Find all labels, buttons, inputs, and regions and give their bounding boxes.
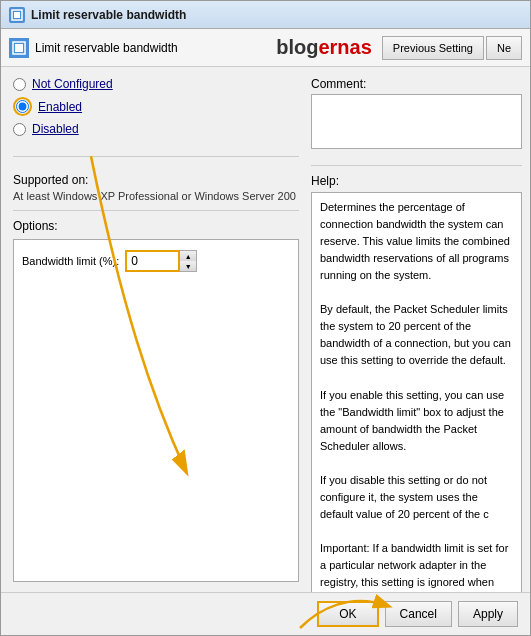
bandwidth-input[interactable] bbox=[125, 250, 180, 272]
radio-group: Not Configured Enabled Disabled bbox=[13, 77, 299, 136]
options-section: Options: Bandwidth limit (%): ▲ ▼ bbox=[13, 219, 299, 582]
enabled-option[interactable]: Enabled bbox=[13, 97, 299, 116]
ok-button[interactable]: OK bbox=[317, 601, 378, 627]
supported-value: At least Windows XP Professional or Wind… bbox=[13, 190, 299, 202]
right-panel: Comment: Help: Determines the percentage… bbox=[311, 67, 530, 592]
spinner-up-button[interactable]: ▲ bbox=[180, 251, 196, 261]
help-label: Help: bbox=[311, 174, 522, 188]
supported-label: Supported on: bbox=[13, 173, 299, 187]
svg-rect-3 bbox=[15, 44, 23, 52]
header-left: Limit reservable bandwidth bbox=[9, 38, 178, 58]
help-section: Help: Determines the percentage of conne… bbox=[311, 174, 522, 592]
help-box: Determines the percentage of connection … bbox=[311, 192, 522, 592]
comment-label: Comment: bbox=[311, 77, 522, 91]
brand-blog: blog bbox=[276, 36, 318, 58]
previous-setting-button[interactable]: Previous Setting bbox=[382, 36, 484, 60]
disabled-label: Disabled bbox=[32, 122, 79, 136]
spinner-wrapper: ▲ ▼ bbox=[125, 250, 197, 272]
divider bbox=[13, 156, 299, 157]
disabled-radio[interactable] bbox=[13, 123, 26, 136]
next-setting-button[interactable]: Ne bbox=[486, 36, 522, 60]
disabled-option[interactable]: Disabled bbox=[13, 122, 299, 136]
options-label: Options: bbox=[13, 219, 299, 233]
not-configured-radio[interactable] bbox=[13, 78, 26, 91]
comment-textarea[interactable] bbox=[311, 94, 522, 149]
enabled-radio[interactable] bbox=[16, 100, 29, 113]
toolbar: Limit reservable bandwidth blogernas Pre… bbox=[1, 29, 530, 67]
svg-rect-1 bbox=[14, 12, 20, 18]
enabled-highlight bbox=[13, 97, 32, 116]
brand-logo: blogernas bbox=[276, 36, 372, 59]
window-icon bbox=[9, 7, 25, 23]
title-bar: Limit reservable bandwidth bbox=[1, 1, 530, 29]
main-area: Not Configured Enabled Disabled Supporte… bbox=[1, 67, 530, 592]
supported-section: Supported on: At least Windows XP Profes… bbox=[13, 173, 299, 202]
right-divider bbox=[311, 165, 522, 166]
spinner-buttons: ▲ ▼ bbox=[180, 250, 197, 272]
header-title: Limit reservable bandwidth bbox=[35, 41, 178, 55]
help-text: Determines the percentage of connection … bbox=[320, 201, 514, 592]
not-configured-label: Not Configured bbox=[32, 77, 113, 91]
options-box: Bandwidth limit (%): ▲ ▼ bbox=[13, 239, 299, 582]
bandwidth-row: Bandwidth limit (%): ▲ ▼ bbox=[22, 250, 290, 272]
not-configured-option[interactable]: Not Configured bbox=[13, 77, 299, 91]
brand-ernas: ernas bbox=[318, 36, 371, 58]
divider2 bbox=[13, 210, 299, 211]
enabled-label: Enabled bbox=[38, 100, 82, 114]
apply-button[interactable]: Apply bbox=[458, 601, 518, 627]
footer: OK Cancel Apply bbox=[1, 592, 530, 635]
cancel-button[interactable]: Cancel bbox=[385, 601, 452, 627]
window-title: Limit reservable bandwidth bbox=[31, 8, 186, 22]
main-window: Limit reservable bandwidth Limit reserva… bbox=[0, 0, 531, 636]
bandwidth-label: Bandwidth limit (%): bbox=[22, 255, 119, 267]
comment-section: Comment: bbox=[311, 77, 522, 149]
header-icon bbox=[9, 38, 29, 58]
spinner-down-button[interactable]: ▼ bbox=[180, 261, 196, 271]
left-panel: Not Configured Enabled Disabled Supporte… bbox=[1, 67, 311, 592]
